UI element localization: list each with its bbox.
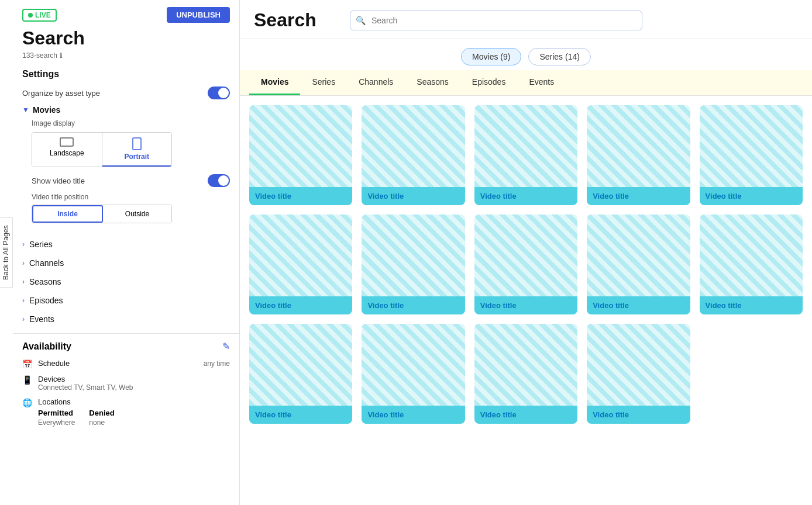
video-title-9: Video title xyxy=(700,296,803,314)
video-thumbnail-11 xyxy=(362,324,465,406)
tab-series[interactable]: Series xyxy=(300,70,347,95)
tab-episodes[interactable]: Episodes xyxy=(460,70,518,95)
video-thumbnail-13 xyxy=(587,324,690,406)
info-icon: ℹ xyxy=(60,51,63,60)
video-thumbnail-4 xyxy=(700,105,803,187)
events-nav-item[interactable]: › Events xyxy=(13,310,239,328)
video-title-6: Video title xyxy=(362,296,465,314)
content-tabs-row: Movies Series Channels Seasons Episodes … xyxy=(240,70,812,96)
calendar-icon: 📅 xyxy=(22,359,32,369)
permitted-value: Everywhere xyxy=(38,418,75,427)
schedule-label: Schedule xyxy=(38,359,70,368)
video-card-11[interactable]: Video title xyxy=(362,324,465,424)
video-card-10[interactable]: Video title xyxy=(249,324,352,424)
landscape-button[interactable]: Landscape xyxy=(32,133,102,167)
video-grid: Video title Video title Video title Vide… xyxy=(240,96,812,505)
permitted-label: Permitted xyxy=(38,409,75,417)
search-input[interactable] xyxy=(350,11,642,30)
tab-events[interactable]: Events xyxy=(517,70,566,95)
video-title-2: Video title xyxy=(474,187,577,205)
image-display-toggle-group: Landscape Portrait xyxy=(32,132,172,167)
video-thumbnail-10 xyxy=(249,324,352,406)
series-nav-item[interactable]: › Series xyxy=(13,235,239,254)
show-video-title-toggle[interactable] xyxy=(208,174,230,187)
video-card-1[interactable]: Video title xyxy=(362,105,465,205)
events-chevron-icon: › xyxy=(22,315,25,323)
denied-value: none xyxy=(89,418,114,427)
main-header: Search 🔍 xyxy=(240,0,812,39)
devices-row: 📱 Devices Connected TV, Smart TV, Web xyxy=(22,375,230,392)
seasons-nav-item[interactable]: › Seasons xyxy=(13,272,239,291)
filter-tab-series[interactable]: Series (14) xyxy=(528,48,590,65)
video-title-0: Video title xyxy=(249,187,352,205)
search-input-wrap: 🔍 xyxy=(350,11,642,30)
video-card-2[interactable]: Video title xyxy=(474,105,577,205)
globe-icon: 🌐 xyxy=(22,398,32,407)
video-card-13[interactable]: Video title xyxy=(587,324,690,424)
schedule-row: 📅 Schedule any time xyxy=(22,359,230,369)
unpublish-button[interactable]: UNPUBLISH xyxy=(167,7,230,23)
video-title-8: Video title xyxy=(587,296,690,314)
video-title-position-label: Video title position xyxy=(32,193,230,201)
image-display-label: Image display xyxy=(32,119,230,127)
video-thumbnail-5 xyxy=(249,215,352,296)
video-card-3[interactable]: Video title xyxy=(587,105,690,205)
portrait-button[interactable]: Portrait xyxy=(102,133,172,167)
seasons-chevron-icon: › xyxy=(22,278,25,286)
video-title-1: Video title xyxy=(362,187,465,205)
landscape-icon xyxy=(60,137,74,147)
video-card-7[interactable]: Video title xyxy=(474,215,577,314)
video-card-5[interactable]: Video title xyxy=(249,215,352,314)
video-card-6[interactable]: Video title xyxy=(362,215,465,314)
organize-toggle[interactable] xyxy=(208,87,230,99)
channels-chevron-icon: › xyxy=(22,259,25,267)
sidebar: LIVE UNPUBLISH Search 133-search ℹ Setti… xyxy=(0,0,240,505)
video-thumbnail-6 xyxy=(362,215,465,296)
video-thumbnail-8 xyxy=(587,215,690,296)
video-thumbnail-1 xyxy=(362,105,465,187)
video-card-12[interactable]: Video title xyxy=(474,324,577,424)
series-chevron-icon: › xyxy=(22,240,25,248)
live-dot-icon xyxy=(28,13,33,18)
episodes-chevron-icon: › xyxy=(22,296,25,305)
movies-section[interactable]: ▼ Movies xyxy=(22,105,230,115)
availability-section: Availability ✎ 📅 Schedule any time 📱 Dev… xyxy=(13,333,239,440)
video-title-3: Video title xyxy=(587,187,690,205)
live-badge: LIVE xyxy=(22,9,57,22)
locations-label: Locations xyxy=(38,397,230,406)
outside-button[interactable]: Outside xyxy=(103,205,171,223)
tab-seasons[interactable]: Seasons xyxy=(405,70,460,95)
availability-edit-icon[interactable]: ✎ xyxy=(222,341,230,352)
video-thumbnail-12 xyxy=(474,324,577,406)
svg-rect-0 xyxy=(60,138,73,146)
video-card-4[interactable]: Video title xyxy=(700,105,803,205)
settings-title: Settings xyxy=(22,69,230,79)
availability-title: Availability xyxy=(22,341,71,352)
show-video-title-label: Show video title xyxy=(32,177,85,185)
tab-channels[interactable]: Channels xyxy=(347,70,405,95)
inside-button[interactable]: Inside xyxy=(32,205,103,223)
main-content: Search 🔍 Movies (9) Series (14) Movies S… xyxy=(240,0,812,505)
video-title-11: Video title xyxy=(362,406,465,424)
video-title-position-group: Inside Outside xyxy=(32,205,172,223)
svg-rect-1 xyxy=(133,138,141,150)
channels-nav-item[interactable]: › Channels xyxy=(13,254,239,272)
tab-movies[interactable]: Movies xyxy=(249,70,300,95)
video-thumbnail-0 xyxy=(249,105,352,187)
denied-label: Denied xyxy=(89,409,114,417)
video-title-12: Video title xyxy=(474,406,577,424)
video-card-0[interactable]: Video title xyxy=(249,105,352,205)
video-card-9[interactable]: Video title xyxy=(700,215,803,314)
page-title: Search xyxy=(22,27,230,49)
video-thumbnail-3 xyxy=(587,105,690,187)
back-to-all-pages[interactable]: Back to All Pages xyxy=(0,217,13,288)
portrait-icon xyxy=(132,137,142,150)
episodes-nav-item[interactable]: › Episodes xyxy=(13,291,239,310)
devices-value: Connected TV, Smart TV, Web xyxy=(38,383,230,392)
video-card-8[interactable]: Video title xyxy=(587,215,690,314)
search-icon: 🔍 xyxy=(356,16,366,25)
video-title-4: Video title xyxy=(700,187,803,205)
filter-tab-movies[interactable]: Movies (9) xyxy=(461,48,521,65)
video-thumbnail-9 xyxy=(700,215,803,296)
video-title-13: Video title xyxy=(587,406,690,424)
